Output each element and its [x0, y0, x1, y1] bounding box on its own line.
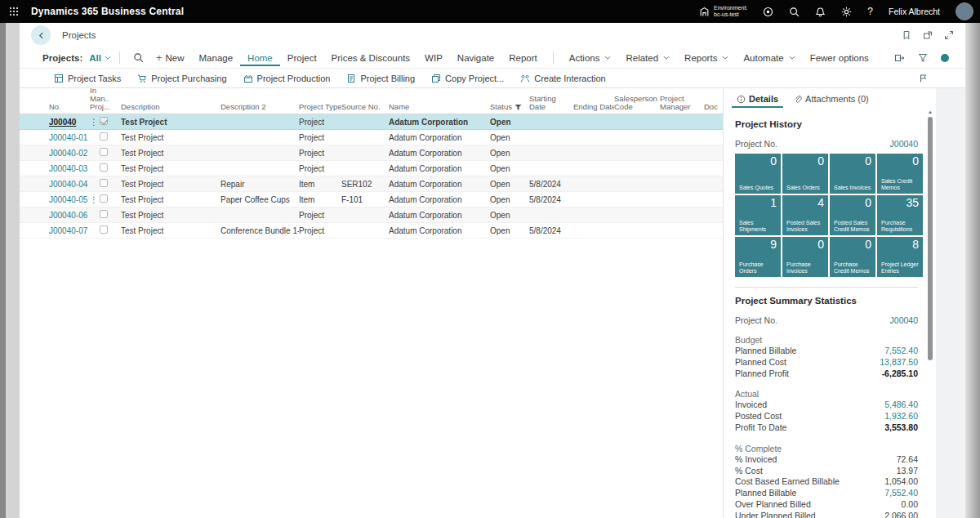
row-checkbox[interactable]	[100, 226, 108, 234]
app-launcher-icon[interactable]	[0, 0, 28, 23]
saved-view-indicator[interactable]	[941, 54, 949, 62]
project-no-link[interactable]: J00040-07	[49, 226, 87, 235]
project-no-link[interactable]: J00040-05	[49, 195, 87, 204]
row-checkbox[interactable]	[100, 148, 108, 156]
row-menu-icon[interactable]: ⋮	[90, 118, 98, 127]
cue-tile-sales-credit-memos[interactable]: 0Sales Credit Memos	[877, 154, 923, 194]
column-header-no[interactable]: No.	[49, 103, 90, 111]
share-icon[interactable]	[894, 53, 905, 63]
column-header-status[interactable]: Status	[490, 103, 529, 111]
stats-value[interactable]: 1,932.60	[884, 411, 918, 422]
cue-tile-posted-sales-credit-memos[interactable]: 0Posted Sales Credit Memos	[830, 195, 875, 235]
column-header-type[interactable]: Project Type	[299, 103, 341, 111]
avatar[interactable]	[956, 2, 973, 20]
ribbon-menu-actions[interactable]: Actions	[562, 50, 619, 66]
panel-tab-details[interactable]: Details	[732, 92, 783, 108]
cue-tile-purchase-orders[interactable]: 9Purchase Orders	[735, 237, 781, 277]
cue-tile-sales-quotes[interactable]: 0Sales Quotes	[735, 154, 781, 194]
history-project-no-value[interactable]: J00040	[890, 139, 918, 149]
table-row[interactable]: J00040-07Test ProjectConference Bundle 1…	[20, 223, 723, 239]
help-icon[interactable]: ?	[867, 6, 873, 17]
column-header-sp[interactable]: SalespersonCode	[614, 95, 660, 111]
ribbon-tab-new[interactable]: +New	[149, 50, 192, 66]
search-icon[interactable]	[789, 7, 800, 17]
action-project-tasks[interactable]: Project Tasks	[46, 71, 129, 86]
breadcrumb[interactable]: Projects	[62, 30, 96, 40]
row-checkbox[interactable]	[100, 117, 108, 125]
notifications-icon[interactable]	[815, 7, 826, 17]
column-header-inproj[interactable]: InMan..Proj...	[90, 87, 121, 111]
view-filter-dropdown[interactable]: All	[89, 53, 111, 63]
cue-tile-purchase-invoices[interactable]: 0Purchase Invoices	[782, 237, 828, 277]
fewer-options-button[interactable]: Fewer options	[803, 50, 876, 66]
scrollbar-up-icon[interactable]: ▲	[928, 109, 933, 114]
project-no-link[interactable]: J00040-04	[49, 180, 87, 189]
user-name[interactable]: Felix Albrecht	[889, 7, 940, 16]
environment-button[interactable]: Environment: bc-us-test	[699, 5, 747, 19]
cue-tile-posted-sales-invoices[interactable]: 4Posted Sales Invoices	[782, 195, 828, 235]
panel-tab-attachments-0[interactable]: Attachments (0)	[788, 92, 874, 108]
row-checkbox[interactable]	[100, 210, 108, 218]
cue-tile-sales-invoices[interactable]: 0Sales Invoices	[830, 154, 875, 194]
stats-value[interactable]: 7,552.40	[884, 488, 918, 499]
ribbon-tab-navigate[interactable]: Navigate	[450, 50, 501, 66]
personalize-icon[interactable]	[919, 74, 929, 83]
ribbon-tab-home[interactable]: Home	[240, 50, 280, 66]
table-row[interactable]: J00040-05⋮Test ProjectPaper Coffee CupsI…	[20, 192, 723, 208]
column-header-start[interactable]: StartingDate	[529, 95, 573, 111]
cue-tile-project-ledger-entries[interactable]: 8Project Ledger Entries	[877, 237, 923, 277]
stats-value[interactable]: 13,837.50	[880, 357, 918, 368]
project-no-link[interactable]: J00040-03	[49, 164, 87, 173]
ribbon-tab-report[interactable]: Report	[501, 50, 545, 66]
cue-tile-sales-orders[interactable]: 0Sales Orders	[782, 154, 828, 194]
copilot-icon[interactable]	[763, 7, 773, 17]
project-no-link[interactable]: J00040-01	[49, 133, 87, 142]
table-row[interactable]: J00040-06Test ProjectProjectAdatum Corpo…	[20, 208, 723, 223]
action-create-interaction[interactable]: Create Interaction	[512, 71, 613, 86]
settings-gear-icon[interactable]	[841, 7, 852, 17]
cue-tile-purchase-credit-memos[interactable]: 0Purchase Credit Memos	[830, 237, 875, 277]
ribbon-menu-reports[interactable]: Reports	[677, 50, 736, 66]
action-copy-project[interactable]: Copy Project...	[423, 71, 512, 86]
row-menu-icon[interactable]: ⋮	[90, 195, 98, 204]
stats-value[interactable]: 7,552.40	[884, 346, 918, 357]
expand-icon[interactable]	[942, 29, 956, 42]
project-no-link[interactable]: J00040-02	[49, 149, 87, 158]
ribbon-tab-wip[interactable]: WIP	[417, 50, 450, 66]
table-row[interactable]: J00040⋮Test ProjectProjectAdatum Corpora…	[20, 114, 723, 130]
column-header-desc[interactable]: Description	[121, 103, 220, 111]
source-no-link[interactable]: F-101	[341, 195, 363, 204]
project-no-link[interactable]: J00040	[49, 118, 76, 127]
cue-tile-purchase-requisitions[interactable]: 35Purchase Requisitions	[877, 195, 923, 235]
row-checkbox[interactable]	[100, 179, 108, 187]
app-title[interactable]: Dynamics 365 Business Central	[31, 6, 184, 17]
column-header-pm[interactable]: ProjectManager	[660, 95, 704, 111]
row-checkbox[interactable]	[100, 132, 108, 141]
stats-project-no-value[interactable]: J00040	[890, 315, 918, 325]
ribbon-tab-manage[interactable]: Manage	[192, 50, 241, 66]
column-header-source[interactable]: Source No.	[341, 103, 389, 111]
cue-tile-sales-shipments[interactable]: 1Sales Shipments	[735, 195, 781, 235]
ribbon-tab-prices-discounts[interactable]: Prices & Discounts	[324, 50, 418, 66]
action-project-billing[interactable]: Project Billing	[338, 71, 423, 86]
ribbon-menu-related[interactable]: Related	[618, 50, 677, 66]
column-header-doc[interactable]: Doc	[704, 103, 723, 111]
column-header-desc2[interactable]: Description 2	[220, 103, 299, 111]
stats-value[interactable]: 5,486.40	[884, 400, 918, 411]
row-checkbox[interactable]	[100, 163, 108, 172]
column-header-end[interactable]: Ending Date	[573, 103, 614, 111]
table-row[interactable]: J00040-04Test ProjectRepairItemSER102Ada…	[20, 176, 723, 192]
column-header-name[interactable]: Name	[389, 103, 490, 111]
popout-icon[interactable]	[921, 29, 934, 42]
action-project-production[interactable]: Project Production	[235, 71, 339, 86]
row-checkbox[interactable]	[100, 194, 108, 203]
table-row[interactable]: J00040-01Test ProjectProjectAdatum Corpo…	[20, 130, 723, 145]
bookmark-icon[interactable]	[900, 29, 913, 42]
ribbon-menu-automate[interactable]: Automate	[736, 50, 802, 66]
list-search-icon[interactable]	[133, 52, 144, 63]
scrollbar-thumb[interactable]	[928, 117, 933, 360]
back-button[interactable]	[31, 25, 51, 45]
filter-icon[interactable]	[918, 53, 928, 63]
action-project-purchasing[interactable]: Project Purchasing	[129, 71, 234, 86]
source-no-link[interactable]: SER102	[341, 180, 372, 189]
